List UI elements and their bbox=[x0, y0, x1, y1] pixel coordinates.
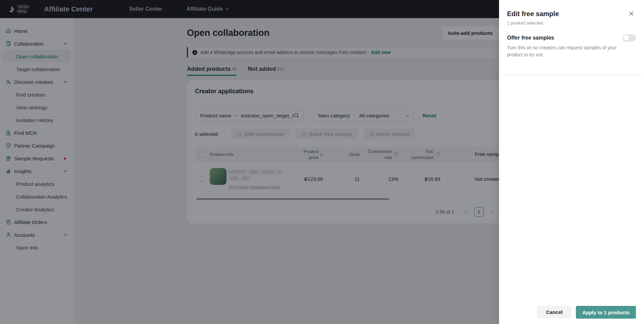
offer-free-samples-section: Offer free samples Turn this on so creat… bbox=[499, 34, 644, 74]
offer-free-samples-label: Offer free samples bbox=[507, 35, 554, 41]
toggle-description: Turn this on so creators can request sam… bbox=[507, 44, 636, 58]
edit-free-sample-panel: Edit free sample 1 product selected Offe… bbox=[499, 0, 644, 324]
offer-free-samples-toggle[interactable] bbox=[623, 34, 636, 42]
close-button[interactable] bbox=[628, 10, 635, 17]
toggle-knob bbox=[623, 35, 629, 41]
panel-footer: Cancel Apply to 1 products bbox=[499, 301, 644, 324]
panel-subtitle: 1 product selected bbox=[507, 20, 636, 25]
close-icon bbox=[629, 11, 634, 16]
panel-header: Edit free sample 1 product selected bbox=[499, 0, 644, 25]
cancel-button[interactable]: Cancel bbox=[537, 306, 572, 318]
panel-title: Edit free sample bbox=[507, 10, 636, 18]
apply-button[interactable]: Apply to 1 products bbox=[576, 306, 636, 319]
